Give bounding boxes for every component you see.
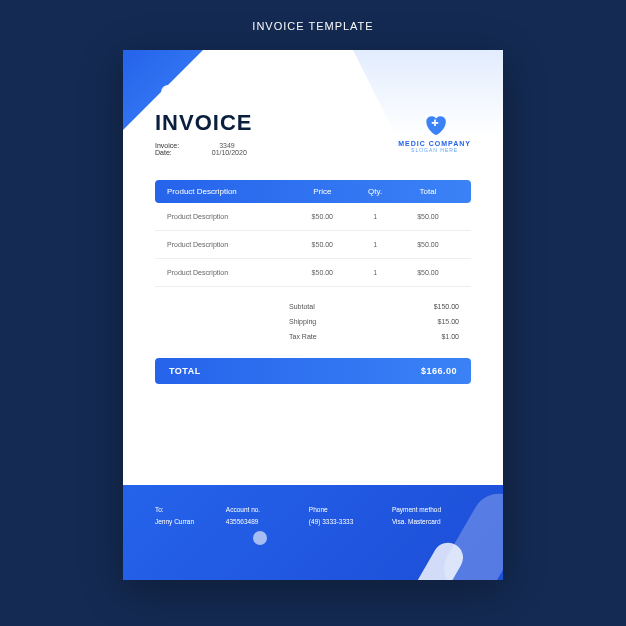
subtotal-row: Subtotal $150.00 (289, 299, 459, 314)
invoice-no-value: 3349 (219, 142, 235, 149)
total-bar: TOTAL $166.00 (155, 358, 471, 384)
total-value: $166.00 (421, 366, 457, 376)
table-header: Product Description Price Qty. Total (155, 180, 471, 203)
cell-qty: 1 (353, 241, 396, 248)
account-value: 435563489 (226, 517, 299, 527)
col-total: Total (397, 187, 459, 196)
company-slogan: SLOGAN HERE (398, 147, 471, 153)
dot-decoration (161, 85, 175, 99)
invoice-no-label: Invoice: (155, 142, 179, 149)
shipping-label: Shipping (289, 318, 316, 325)
col-qty: Qty. (353, 187, 396, 196)
account-label: Account no. (226, 505, 299, 515)
cell-price: $50.00 (291, 241, 353, 248)
payment-value: Visa. Mastercard (392, 517, 471, 527)
footer-to: To: Jenny Curran (155, 505, 216, 560)
cell-desc: Product Description (167, 213, 291, 220)
invoice-date-row: Date: 01/10/2020 (155, 149, 252, 156)
tax-value: $1.00 (441, 333, 459, 340)
invoice-document: INVOICE Invoice: 3349 Date: 01/10/2020 M… (123, 50, 503, 580)
payment-label: Payment method (392, 505, 471, 515)
invoice-number-row: Invoice: 3349 (155, 142, 252, 149)
table-row: Product Description $50.00 1 $50.00 (155, 231, 471, 259)
footer-dot-decoration (253, 531, 267, 545)
total-label: TOTAL (169, 366, 201, 376)
subtotals-block: Subtotal $150.00 Shipping $15.00 Tax Rat… (289, 299, 459, 344)
footer-phone: Phone (49) 3333-3333 (309, 505, 382, 560)
medical-heart-icon (422, 112, 448, 138)
tax-row: Tax Rate $1.00 (289, 329, 459, 344)
to-value: Jenny Curran (155, 517, 216, 527)
cell-total: $50.00 (397, 269, 459, 276)
cell-total: $50.00 (397, 241, 459, 248)
header-left: INVOICE Invoice: 3349 Date: 01/10/2020 (155, 110, 252, 156)
cell-price: $50.00 (291, 269, 353, 276)
phone-label: Phone (309, 505, 382, 515)
cell-desc: Product Description (167, 241, 291, 248)
cell-qty: 1 (353, 213, 396, 220)
subtotal-value: $150.00 (434, 303, 459, 310)
to-label: To: (155, 505, 216, 515)
line-items-table: Product Description Price Qty. Total Pro… (155, 180, 471, 287)
phone-value: (49) 3333-3333 (309, 517, 382, 527)
cell-total: $50.00 (397, 213, 459, 220)
company-name: MEDIC COMPANY (398, 140, 471, 147)
col-price: Price (291, 187, 353, 196)
cell-price: $50.00 (291, 213, 353, 220)
date-label: Date: (155, 149, 172, 156)
date-value: 01/10/2020 (212, 149, 247, 156)
shipping-value: $15.00 (438, 318, 459, 325)
shipping-row: Shipping $15.00 (289, 314, 459, 329)
page-title: INVOICE TEMPLATE (252, 20, 373, 32)
col-description: Product Description (167, 187, 291, 196)
cell-qty: 1 (353, 269, 396, 276)
tax-label: Tax Rate (289, 333, 317, 340)
invoice-footer: To: Jenny Curran Account no. 435563489 P… (123, 485, 503, 580)
table-row: Product Description $50.00 1 $50.00 (155, 259, 471, 287)
subtotal-label: Subtotal (289, 303, 315, 310)
table-row: Product Description $50.00 1 $50.00 (155, 203, 471, 231)
cell-desc: Product Description (167, 269, 291, 276)
invoice-title: INVOICE (155, 110, 252, 136)
